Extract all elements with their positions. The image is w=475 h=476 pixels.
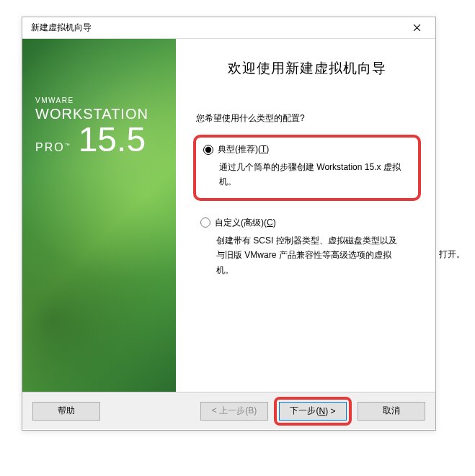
- back-button[interactable]: < 上一步(B): [200, 402, 268, 421]
- titlebar: 新建虚拟机向导: [22, 17, 435, 39]
- option-typical[interactable]: 典型(推荐)(T): [203, 143, 411, 156]
- option-typical-label: 典型(推荐)(T): [218, 143, 269, 156]
- new-vm-wizard-dialog: 新建虚拟机向导 VMWARE WORKSTATION PRO™ 15.5 欢迎使…: [22, 17, 436, 431]
- config-question: 您希望使用什么类型的配置?: [196, 112, 421, 125]
- brand-block: VMWARE WORKSTATION PRO™ 15.5: [35, 96, 148, 157]
- option-custom[interactable]: 自定义(高级)(C): [200, 217, 414, 229]
- background-text-fragment: 打开。: [439, 248, 465, 261]
- brand-version: 15.5: [79, 122, 146, 157]
- option-typical-desc: 通过几个简单的步骤创建 Workstation 15.x 虚拟机。: [219, 160, 407, 189]
- dialog-body: VMWARE WORKSTATION PRO™ 15.5 欢迎使用新建虚拟机向导…: [22, 39, 435, 392]
- wizard-heading: 欢迎使用新建虚拟机向导: [193, 59, 421, 78]
- option-custom-desc: 创建带有 SCSI 控制器类型、虚拟磁盘类型以及与旧版 VMware 产品兼容性…: [216, 233, 404, 277]
- window-title: 新建虚拟机向导: [31, 22, 92, 34]
- next-button[interactable]: 下一步(N) >: [279, 402, 347, 421]
- radio-typical[interactable]: [203, 145, 213, 155]
- option-custom-group: 自定义(高级)(C) 创建带有 SCSI 控制器类型、虚拟磁盘类型以及与旧版 V…: [193, 211, 421, 286]
- next-button-highlight: 下一步(N) >: [274, 397, 352, 426]
- sidebar-banner: VMWARE WORKSTATION PRO™ 15.5: [22, 39, 176, 392]
- close-button[interactable]: [404, 18, 430, 38]
- brand-pro: PRO™: [35, 141, 71, 154]
- option-custom-label: 自定义(高级)(C): [215, 217, 276, 229]
- help-button[interactable]: 帮助: [32, 402, 100, 421]
- brand-vmware: VMWARE: [35, 96, 148, 104]
- option-typical-highlight: 典型(推荐)(T) 通过几个简单的步骤创建 Workstation 15.x 虚…: [193, 135, 421, 201]
- radio-custom[interactable]: [200, 217, 210, 228]
- content-area: 欢迎使用新建虚拟机向导 您希望使用什么类型的配置? 典型(推荐)(T) 通过几个…: [176, 39, 435, 392]
- footer: 帮助 < 上一步(B) 下一步(N) > 取消: [22, 392, 435, 429]
- close-icon: [413, 24, 421, 32]
- cancel-button[interactable]: 取消: [358, 402, 425, 421]
